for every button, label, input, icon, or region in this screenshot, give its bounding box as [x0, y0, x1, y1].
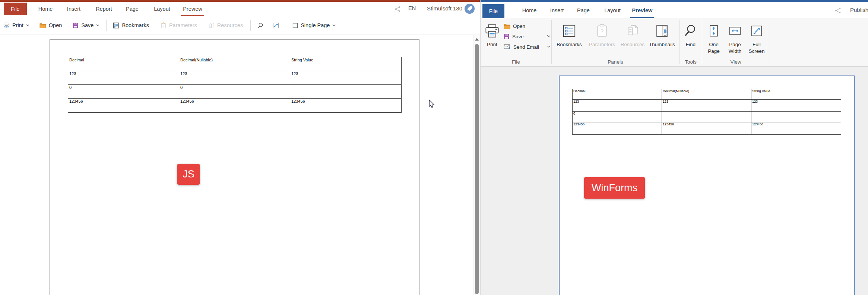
share-icon[interactable]	[834, 7, 842, 14]
table-cell: 0	[573, 112, 662, 122]
svg-text:?: ?	[163, 24, 164, 28]
ribbon-save-button[interactable]: Save	[504, 32, 524, 41]
open-button[interactable]: Open	[39, 22, 62, 28]
right-tab-insert[interactable]: Insert	[548, 2, 566, 18]
right-tab-layout[interactable]: Layout	[603, 2, 622, 18]
ribbon-group-view: View	[702, 59, 770, 65]
ribbon: Print Open Save	[481, 18, 868, 67]
table-cell: 123	[290, 71, 402, 85]
table-cell: 123456	[662, 122, 751, 135]
ribbon-send-email-button[interactable]: Send Email	[504, 43, 539, 51]
ribbon-group-file: File	[481, 59, 551, 65]
chevron-down-icon	[26, 24, 29, 26]
ribbon-find-button[interactable]: Find	[682, 20, 699, 48]
platform-badge-winforms: WinForms	[584, 177, 645, 199]
table-cell: 123	[179, 71, 290, 85]
page-width-icon	[728, 20, 742, 41]
parameters-button[interactable]: ? Parameters	[161, 22, 197, 29]
floppy-save-icon	[504, 33, 510, 39]
brand-label: Stimulsoft 130	[427, 5, 462, 12]
left-toolbar: Print Open Save	[0, 16, 480, 35]
ribbon-separator	[679, 20, 680, 64]
left-file-button[interactable]: File	[4, 3, 27, 15]
stage: File Home Insert Report Page Layout Prev…	[0, 0, 868, 295]
ribbon-one-page-button[interactable]: One Page	[705, 20, 723, 55]
platform-badge-js: JS	[177, 164, 200, 185]
save-button[interactable]: Save	[73, 22, 99, 28]
resources-button[interactable]: Resources	[209, 22, 243, 29]
table-cell: 123	[662, 100, 751, 112]
ribbon-separator	[770, 20, 770, 64]
language-selector[interactable]: EN	[408, 5, 416, 11]
vertical-scrollbar[interactable]	[473, 35, 480, 295]
toolbar-separator	[106, 20, 107, 31]
right-document-area: Decimal Decimal(Nullable) String Value 1…	[481, 67, 868, 295]
chevron-down-icon	[96, 24, 99, 26]
scrollbar-up-arrow[interactable]	[475, 38, 479, 41]
winforms-viewer-app: File Home Insert Page Layout Preview Pub…	[480, 0, 868, 295]
left-document-area: Decimal Decimal(Nullable) String Value 1…	[0, 35, 473, 295]
left-header-right: EN Stimulsoft 130	[387, 2, 480, 16]
table-cell	[751, 112, 841, 122]
view-mode-button[interactable]: Single Page	[292, 22, 336, 28]
left-tab-page[interactable]: Page	[124, 2, 141, 16]
bookmarks-icon	[562, 20, 576, 41]
left-tab-preview[interactable]: Preview	[181, 2, 204, 16]
ribbon-separator	[551, 20, 552, 64]
right-tab-page[interactable]: Page	[576, 2, 591, 18]
left-tab-report[interactable]: Report	[93, 2, 115, 16]
chevron-down-icon[interactable]	[547, 45, 551, 48]
email-icon	[504, 44, 511, 50]
svg-text:?: ?	[601, 28, 604, 34]
table-cell	[290, 85, 402, 99]
floppy-save-icon	[73, 22, 79, 28]
table-cell: Decimal(Nullable)	[662, 89, 751, 100]
ribbon-resources-button[interactable]: Resources	[619, 20, 646, 48]
print-button[interactable]: Print	[3, 22, 29, 29]
left-report-page: Decimal Decimal(Nullable) String Value 1…	[50, 39, 419, 295]
table-cell: 123	[751, 100, 841, 112]
single-page-icon	[292, 23, 298, 28]
chevron-down-icon[interactable]	[547, 35, 551, 38]
resources-icon	[209, 22, 215, 29]
right-report-table: Decimal Decimal(Nullable) String Value 1…	[572, 89, 841, 135]
share-icon[interactable]	[394, 6, 401, 13]
table-cell: 123	[68, 71, 179, 85]
left-tab-home[interactable]: Home	[36, 2, 55, 16]
ribbon-open-button[interactable]: Open	[504, 22, 525, 30]
folder-icon	[39, 23, 46, 28]
right-tab-publish[interactable]: Publish	[850, 7, 868, 13]
table-cell: Decimal	[573, 89, 662, 100]
scrollbar-thumb[interactable]	[475, 44, 479, 294]
full-screen-icon	[750, 20, 763, 41]
folder-icon	[504, 23, 510, 29]
ribbon-bookmarks-button[interactable]: Bookmarks	[555, 20, 583, 48]
table-cell: 123456	[751, 122, 841, 135]
right-tab-home[interactable]: Home	[520, 2, 539, 18]
bookmarks-button[interactable]: Bookmarks	[113, 22, 149, 29]
search-button[interactable]	[258, 22, 264, 29]
table-cell: 0	[179, 85, 290, 99]
bookmarks-icon	[113, 22, 119, 29]
printer-icon	[3, 22, 10, 29]
left-tab-layout[interactable]: Layout	[151, 2, 173, 16]
expand-icon	[273, 22, 279, 29]
ribbon-full-screen-button[interactable]: Full Screen	[747, 20, 767, 55]
ribbon-group-tools: Tools	[679, 59, 702, 65]
right-tab-preview[interactable]: Preview	[630, 2, 654, 18]
ribbon-separator	[702, 20, 702, 64]
parameters-icon: ?	[161, 22, 167, 29]
ribbon-print-button[interactable]: Print	[483, 20, 501, 48]
left-tab-insert[interactable]: Insert	[64, 2, 83, 16]
table-cell: 123456	[179, 99, 290, 113]
fullscreen-toggle-button[interactable]	[273, 22, 279, 29]
ribbon-thumbnails-button[interactable]: Thumbnails	[647, 20, 677, 48]
right-file-button[interactable]: File	[482, 4, 504, 18]
ribbon-group-panels: Panels	[551, 59, 679, 65]
ribbon-parameters-button[interactable]: ? Parameters	[588, 20, 616, 48]
ribbon-page-width-button[interactable]: Page Width	[726, 20, 744, 55]
table-cell: String Value	[751, 89, 841, 100]
table-cell: 123	[573, 100, 662, 112]
table-cell: Decimal(Nullable)	[179, 57, 290, 71]
right-tab-bar: File Home Insert Page Layout Preview Pub…	[481, 2, 868, 18]
